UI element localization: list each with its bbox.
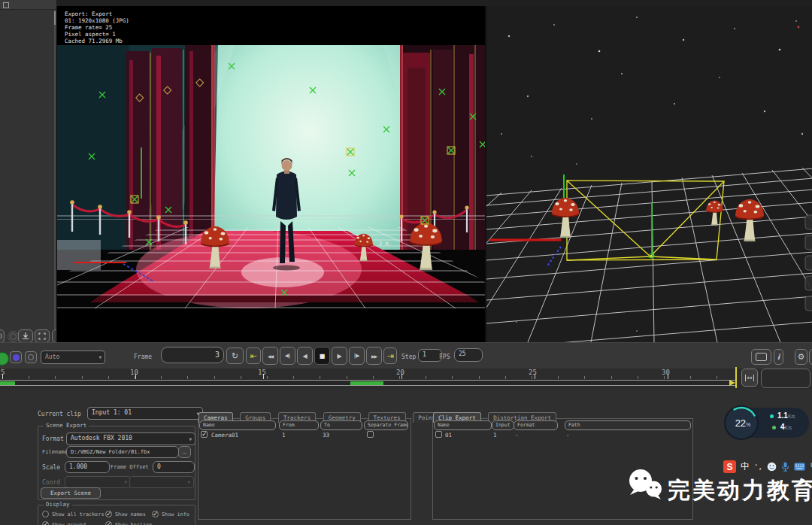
camera-row-checkbox[interactable] — [201, 431, 208, 438]
scale-label: Scale — [42, 464, 60, 471]
step-value: 1 — [423, 351, 426, 358]
step-back-button[interactable]: ◀| — [280, 347, 295, 365]
coord-select-1[interactable]: ▼ — [65, 476, 131, 488]
bracket-icon: ] — [0, 333, 2, 339]
checkbox-show-horizon[interactable]: Show horizon — [105, 521, 152, 525]
checkbox-show-info[interactable]: Show info — [152, 511, 189, 517]
end-marker[interactable] — [735, 367, 737, 388]
info-button[interactable]: i — [774, 349, 783, 365]
checkbox-icon — [105, 511, 112, 517]
settings-button[interactable]: ⚙ — [795, 349, 807, 365]
fit-timeline-button[interactable]: ↔ — [741, 369, 758, 387]
record-button[interactable] — [0, 352, 9, 366]
net-percent: 22% — [726, 417, 760, 429]
display-output-button[interactable] — [751, 349, 771, 365]
current-clip-value: Input 1: 01 — [92, 409, 132, 416]
separate-frames-checkbox[interactable] — [367, 431, 374, 438]
browse-button[interactable]: ... — [178, 446, 191, 458]
play-backward-button[interactable]: ◀ — [297, 347, 313, 365]
ime-punct-toggle[interactable]: ', — [754, 463, 762, 471]
cached-range — [350, 381, 383, 385]
column-header-name[interactable]: Name — [434, 420, 492, 430]
net-speed-widget[interactable]: 22% 1.1K/s 4K/s — [731, 408, 809, 438]
download-speed: 4K/s — [780, 423, 792, 431]
timeline-range-box[interactable] — [761, 369, 810, 388]
snap-button[interactable] — [8, 331, 19, 342]
checkbox-show-all-trackers[interactable]: Show all trackers — [42, 511, 105, 517]
emoji-icon[interactable] — [767, 462, 777, 472]
gear-icon: ⚙ — [798, 352, 805, 362]
format-select[interactable]: Autodesk FBX 2010 ▼ — [66, 432, 195, 445]
goto-in-button[interactable]: ⇤ — [246, 347, 261, 364]
current-clip-select[interactable]: Input 1: 01 ▼ — [87, 407, 203, 420]
watermark-text: 完美动力教育 — [668, 475, 812, 506]
major-ticks — [0, 374, 735, 379]
soft-keyboard-icon[interactable] — [794, 463, 805, 471]
scale-input[interactable]: 1.000 — [65, 461, 110, 473]
clip-name: 01 — [445, 432, 452, 439]
expand-icon — [38, 332, 46, 340]
stop-button[interactable]: ■ — [314, 347, 330, 365]
edge-buttons[interactable] — [805, 215, 812, 311]
column-header-to[interactable]: To — [320, 420, 362, 430]
sidebar-scrollbar[interactable] — [54, 10, 56, 341]
auto-mode-select[interactable]: Auto ▼ — [41, 351, 105, 364]
camera-row[interactable]: Camera01 1 33 — [198, 430, 410, 439]
fast-forward-button[interactable]: ▶▶ — [366, 347, 382, 365]
goto-out-button[interactable]: ⇥ — [383, 347, 397, 364]
play-button[interactable]: ▶ — [332, 347, 347, 365]
export-scene-button[interactable]: Export Scene — [41, 487, 101, 499]
timeline[interactable]: 5 10 15 20 25 30 ↔ — [0, 369, 812, 390]
cache-track[interactable] — [0, 380, 735, 386]
step-forward-button[interactable]: |▶ — [349, 347, 365, 365]
sogou-logo-icon[interactable]: S — [723, 460, 736, 473]
coord-select-2[interactable]: ▼ — [129, 476, 194, 488]
overlay-line: Cached 71.2969 Mb — [65, 38, 129, 44]
ime-toolbar[interactable]: S 中 ', — [723, 460, 812, 473]
purple-dot-icon — [13, 354, 20, 361]
overlay-line: Frame rate= 25 — [65, 24, 129, 31]
checkbox-show-ground[interactable]: Show ground — [42, 521, 86, 525]
clip-row-checkbox[interactable] — [435, 431, 442, 438]
scene-3d[interactable] — [486, 6, 812, 342]
clip-format: - — [515, 432, 519, 439]
checkbox-show-names[interactable]: Show names — [105, 511, 146, 517]
camera-from: 1 — [282, 432, 286, 439]
clip-row[interactable]: 01 1 - - — [432, 430, 692, 439]
mask-mode-button[interactable] — [25, 351, 37, 363]
column-header-from[interactable]: From — [279, 420, 319, 430]
fit-icon: ↔ — [745, 375, 754, 381]
frame-input[interactable]: 3 — [161, 347, 224, 363]
clip-info-overlay: Export: Export 01: 1920x1080 (JPG) Frame… — [65, 11, 129, 44]
voice-input-icon[interactable] — [781, 462, 789, 472]
footage-scene[interactable]: 2 m — [57, 45, 486, 308]
sidebar-header — [0, 0, 56, 10]
scale-value: 1.000 — [69, 463, 87, 470]
column-header-input[interactable]: Input — [492, 420, 514, 430]
play-icon: ▶ — [337, 353, 341, 360]
edge-partial-button[interactable] — [809, 349, 812, 365]
step-forward-icon: |▶ — [354, 353, 360, 359]
footage-viewport[interactable]: Export: Export 01: 1920x1080 (JPG) Frame… — [56, 6, 486, 342]
loop-button[interactable]: ↻ — [226, 347, 244, 364]
color-mode-button[interactable] — [10, 351, 22, 363]
bracket-button[interactable]: ] — [0, 329, 5, 343]
distance-label: 2 m — [379, 241, 389, 247]
column-header-path[interactable]: Path — [565, 420, 691, 430]
filename-input[interactable]: D:/VBGZ/New Folder/01.fbx — [66, 446, 179, 458]
info-icon: i — [777, 353, 780, 361]
rewind-button[interactable]: ◀◀ — [262, 347, 278, 365]
column-header-name[interactable]: Name — [199, 420, 276, 430]
column-header-separate-frames[interactable]: Separate Frames — [364, 420, 408, 430]
monitor-icon — [756, 353, 767, 361]
chevron-down-icon: ▼ — [98, 351, 102, 363]
ime-mode-chinese[interactable]: 中 — [741, 460, 750, 473]
fps-label: FPS — [439, 354, 450, 360]
column-header-format[interactable]: Format — [514, 420, 558, 430]
import-button[interactable] — [18, 329, 33, 343]
fullscreen-button[interactable] — [35, 329, 50, 343]
fps-input[interactable]: 25 — [454, 348, 483, 362]
frame-offset-input[interactable]: 0 — [153, 461, 195, 473]
scene-viewport[interactable] — [485, 6, 812, 342]
play-backward-icon: ◀ — [302, 353, 307, 360]
